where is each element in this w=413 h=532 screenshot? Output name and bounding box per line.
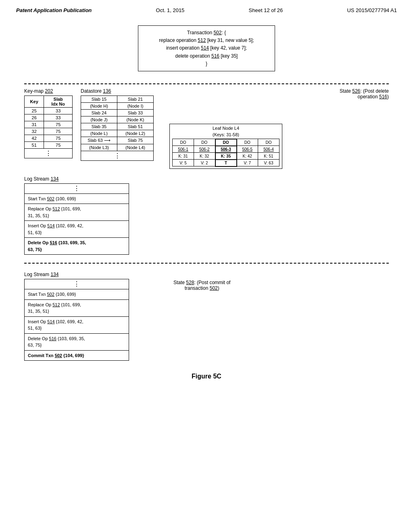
txn-line5: }: [143, 60, 270, 68]
txn-line1: Transaction 502: {: [143, 29, 270, 37]
table-row: ⋮: [81, 151, 154, 160]
dashed-separator-2: [24, 263, 389, 264]
keymap-header-key: Key: [25, 96, 44, 107]
log-box-bottom: ⋮ Start Txn 502 {100, 699} Replace Op 51…: [24, 279, 129, 361]
dashed-separator-1: [24, 83, 389, 84]
leaf-node-subtitle: (Keys: 31-58): [172, 132, 280, 137]
keymap-section: Key-map 202 Key SlabIdx No 2533 2633: [24, 88, 73, 169]
keymap-table: Key SlabIdx No 2533 2633 3175 3275: [24, 96, 73, 158]
log-dots-bottom: ⋮: [25, 279, 129, 289]
table-row: 3275: [25, 128, 73, 135]
table-row: 4275: [25, 135, 73, 141]
leaf-node-box: Leaf Node L4 (Keys: 31-58) DO DO DO DO D…: [169, 124, 282, 169]
log-row-bold: Delete Op 516 {103, 699, 35,63, 75}: [25, 237, 129, 254]
header-sheet: Sheet 12 of 26: [249, 7, 283, 13]
log-box-top: ⋮ Start Txn 502 {100, 699} Replace Op 51…: [24, 183, 129, 255]
table-row: 5175: [25, 141, 73, 148]
log-row: Insert Op 514 {102, 699, 42,51, 63}: [25, 316, 129, 333]
leaf-table: DO DO DO DO DO 506-1 506-2 506-3 506-5 5…: [172, 139, 280, 167]
log-row: Replace Op 512 {101, 699,31, 35, 51}: [25, 299, 129, 316]
main-content: Transaction 502: { replace operation 512…: [0, 17, 413, 388]
transaction-box: Transaction 502: { replace operation 512…: [138, 25, 275, 71]
log-row: Delete Op 516 {103, 699, 35,63, 75}: [25, 333, 129, 350]
datastore-table: Slab 15Slab 21 (Node H)(Node I) Slab 24S…: [81, 96, 154, 161]
table-row: Slab 15Slab 21: [81, 96, 154, 102]
keymap-header-slab: SlabIdx No: [44, 96, 73, 107]
log-stream-top-section: Log Stream 134 ⋮ Start Txn 502 {100, 699…: [24, 176, 389, 255]
leaf-node-container: Leaf Node L4 (Keys: 31-58) DO DO DO DO D…: [169, 124, 389, 169]
page-header: Patent Application Publication Oct. 1, 2…: [0, 0, 413, 17]
txn-line4: delete operation 516 [key 35]: [143, 52, 270, 60]
table-row: (Node J)(Node K): [81, 116, 154, 123]
bottom-section: Log Stream 134 ⋮ Start Txn 502 {100, 699…: [24, 272, 389, 361]
table-row: Slab 24Slab 33: [81, 109, 154, 116]
header-patent: US 2015/0277794 A1: [347, 7, 397, 13]
table-row: ⋮: [25, 148, 73, 158]
table-row: (Node L3)(Node L4): [81, 144, 154, 151]
table-row: (Node L)(Node L2): [81, 130, 154, 137]
header-publication: Patent Application Publication: [16, 7, 92, 13]
table-row: 2633: [25, 114, 73, 121]
state-section-top: State 526: (Post deleteoperation 516) Le…: [169, 88, 389, 169]
txn-line2: replace operation 512 [key 31, new value…: [143, 37, 270, 44]
header-date: Oct. 1, 2015: [156, 7, 185, 13]
table-row: 506-1 506-2 506-3 506-5 506-4: [173, 146, 280, 153]
log-row-bold-commit: Commit Txn 502 {104, 699}: [25, 350, 129, 361]
log-dots: ⋮: [25, 184, 129, 193]
log-stream-bottom-section: Log Stream 134 ⋮ Start Txn 502 {100, 699…: [24, 272, 129, 361]
log-stream-bottom-label: Log Stream 134: [24, 272, 129, 277]
datastore-label: Datastore 136: [81, 88, 161, 94]
log-row: Insert Op 514 {102, 699, 42,51, 63}: [25, 220, 129, 237]
log-stream-top-label: Log Stream 134: [24, 176, 389, 182]
log-row: Replace Op 512 {101, 699,31, 35, 51}: [25, 204, 129, 220]
keymap-label: Key-map 202: [24, 88, 73, 94]
leaf-node-title: Leaf Node L4: [172, 126, 280, 131]
table-row: V: 5 V: 2 T V: 7 V: 63: [173, 160, 280, 166]
table-row: Slab 63 ⟶Slab 75: [81, 137, 154, 144]
log-row: Start Txn 502 {100, 699}: [25, 289, 129, 299]
datastore-section: Datastore 136 Slab 15Slab 21 (Node H)(No…: [81, 88, 161, 169]
table-row: 3175: [25, 121, 73, 128]
bottom-row: Log Stream 134 ⋮ Start Txn 502 {100, 699…: [24, 272, 389, 361]
state-label-bottom: State 528: (Post commit oftransaction 50…: [173, 280, 230, 291]
table-row: (Node H)(Node I): [81, 102, 154, 109]
table-row: Slab 35Slab 51: [81, 123, 154, 130]
table-row: 2533: [25, 107, 73, 114]
diagram-row-top: Key-map 202 Key SlabIdx No 2533 2633: [24, 88, 389, 169]
table-row: K: 31 K: 32 K: 35 K: 42 K: 51: [173, 153, 280, 160]
figure-label: Figure 5C: [24, 373, 389, 380]
table-row: DO DO DO DO DO: [173, 139, 280, 146]
log-row: Start Txn 502 {100, 699}: [25, 193, 129, 204]
state-label-top: State 526: (Post deleteoperation 516): [169, 88, 389, 100]
txn-line3: insert operation 514 [key 42, value 7];: [143, 44, 270, 52]
